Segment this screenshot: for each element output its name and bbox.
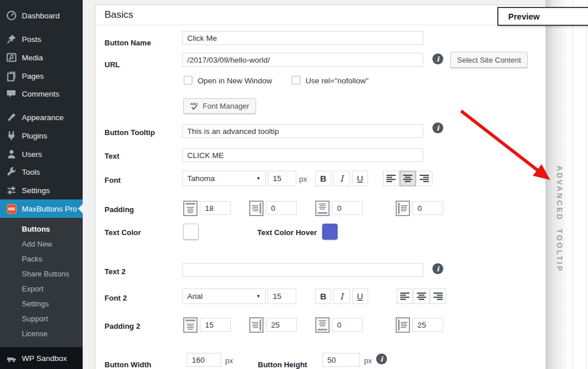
- padding2-right-input[interactable]: [266, 318, 297, 332]
- align-right-button[interactable]: [416, 171, 432, 186]
- underline2-button[interactable]: U: [352, 289, 368, 304]
- wrench-icon: [6, 166, 17, 178]
- align2-left-button[interactable]: [397, 289, 413, 304]
- sliders-icon: [6, 184, 17, 196]
- submenu-item-buttons[interactable]: Buttons: [22, 222, 50, 235]
- submenu-item-settings[interactable]: Settings: [22, 297, 49, 310]
- font-size-input[interactable]: [268, 171, 296, 186]
- padding-left-input[interactable]: [412, 201, 443, 215]
- text2-input[interactable]: [182, 263, 423, 277]
- active-menu-arrow: [78, 204, 83, 213]
- sidebar-item-wp-sandbox[interactable]: WP Sandbox: [0, 347, 83, 369]
- align-center-button[interactable]: [400, 171, 416, 186]
- button-size-info-icon[interactable]: i: [376, 353, 387, 364]
- sidebar-item-media[interactable]: Media: [0, 48, 83, 67]
- comment-bubble-icon: [6, 88, 17, 99]
- align-center-icon: [417, 293, 427, 300]
- text-color-hover-label: Text Color Hover: [257, 228, 317, 237]
- select-site-content-button[interactable]: Select Site Content: [450, 52, 528, 68]
- align-right-icon: [434, 293, 443, 300]
- padding2-left-input[interactable]: [412, 318, 443, 332]
- nofollow-checkbox[interactable]: [292, 76, 300, 84]
- button-tooltip-info-icon[interactable]: i: [432, 122, 443, 133]
- text-label: Text: [105, 152, 119, 160]
- sidebar-item-comments[interactable]: Comments: [0, 84, 83, 103]
- submenu-item-support[interactable]: Support: [22, 312, 48, 325]
- padding-top-input[interactable]: [200, 201, 231, 215]
- text2-info-icon[interactable]: i: [432, 263, 443, 274]
- font-size-unit: px: [299, 175, 307, 183]
- font2-size-input[interactable]: [268, 289, 296, 304]
- text-input[interactable]: [182, 148, 423, 162]
- sidebar-item-maxbuttons-pro[interactable]: MB MaxButtons Pro: [0, 199, 83, 218]
- padding-top-icon: [183, 201, 198, 216]
- padding-bottom-input[interactable]: [332, 201, 363, 215]
- spellcheck-icon: ABC: [190, 102, 199, 110]
- underline-button[interactable]: U: [352, 171, 368, 186]
- sheet-edge-line: [586, 0, 587, 369]
- padding2-top-input[interactable]: [200, 318, 231, 332]
- sidebar-item-dashboard[interactable]: Dashboard: [0, 6, 83, 25]
- align-left-icon: [386, 175, 396, 182]
- submenu-item-export[interactable]: Export: [22, 282, 44, 295]
- padding-right-input[interactable]: [266, 201, 297, 215]
- button-height-input[interactable]: [322, 353, 360, 367]
- chevron-down-icon: ▼: [256, 294, 261, 299]
- font2-family-select[interactable]: Arial▼: [182, 289, 266, 304]
- text-color-swatch[interactable]: [183, 224, 199, 240]
- pages-icon: [6, 70, 17, 82]
- wp-admin-sidebar: Dashboard Posts Media Pages Comments App…: [0, 0, 83, 369]
- align-left-icon: [400, 293, 410, 300]
- padding2-bottom-input[interactable]: [332, 318, 363, 332]
- sidebar-item-plugins[interactable]: Plugins: [0, 126, 83, 145]
- button-height-label: Button Height: [258, 360, 307, 369]
- text-color-hover-swatch[interactable]: [322, 224, 338, 240]
- tab-advanced[interactable]: ADVANCED: [549, 166, 564, 221]
- maxbuttons-logo-icon: MB: [6, 203, 17, 214]
- preview-button[interactable]: Preview: [497, 7, 588, 26]
- url-label: URL: [105, 60, 120, 69]
- button-name-input[interactable]: [182, 31, 423, 45]
- align2-right-button[interactable]: [430, 289, 446, 304]
- panel-title: Basics: [95, 5, 567, 25]
- font-manager-button[interactable]: ABC Font Manager: [183, 98, 256, 114]
- button-width-unit: px: [225, 356, 233, 365]
- maxbuttons-submenu: Buttons Add New Packs Share Buttons Expo…: [0, 218, 83, 347]
- align-left-button[interactable]: [383, 171, 399, 186]
- padding2-label: Padding 2: [105, 322, 140, 330]
- paintbrush-icon: [6, 112, 17, 123]
- url-input[interactable]: [182, 53, 423, 67]
- open-new-window-checkbox[interactable]: [184, 76, 192, 84]
- sidebar-item-tools[interactable]: Tools: [0, 163, 83, 181]
- tab-tooltip[interactable]: TOOLTIP: [549, 229, 564, 272]
- italic2-button[interactable]: I: [334, 289, 350, 304]
- font2-label: Font 2: [105, 294, 127, 302]
- bold-button[interactable]: B: [315, 171, 331, 186]
- padding-label: Padding: [105, 205, 134, 214]
- dashboard-icon: [6, 10, 17, 21]
- chevron-down-icon: ▼: [256, 176, 261, 181]
- button-width-input[interactable]: [187, 353, 221, 367]
- padding-bottom-icon: [315, 201, 330, 216]
- submenu-item-packs[interactable]: Packs: [22, 252, 42, 265]
- bold2-button[interactable]: B: [315, 289, 331, 304]
- italic-button[interactable]: I: [334, 171, 350, 186]
- padding-right-icon: [249, 317, 264, 333]
- plug-icon: [6, 130, 17, 141]
- align-right-icon: [420, 175, 430, 182]
- user-icon: [6, 148, 17, 160]
- sidebar-item-users[interactable]: Users: [0, 145, 83, 163]
- sidebar-item-settings[interactable]: Settings: [0, 181, 83, 199]
- url-info-icon[interactable]: i: [432, 53, 443, 64]
- font-family-select[interactable]: Tahoma▼: [182, 171, 266, 186]
- submenu-item-share-buttons[interactable]: Share Buttons: [22, 267, 69, 280]
- button-tooltip-input[interactable]: [182, 124, 423, 138]
- wp-sandbox-icon: [6, 352, 17, 364]
- align2-center-button[interactable]: [413, 289, 430, 304]
- sidebar-item-pages[interactable]: Pages: [0, 67, 83, 85]
- submenu-item-license[interactable]: License: [22, 327, 48, 340]
- sidebar-item-posts[interactable]: Posts: [0, 30, 83, 48]
- maxbuttons-editor-screen: Dashboard Posts Media Pages Comments App…: [0, 0, 588, 369]
- submenu-item-add-new[interactable]: Add New: [22, 237, 52, 250]
- sidebar-item-appearance[interactable]: Appearance: [0, 108, 83, 126]
